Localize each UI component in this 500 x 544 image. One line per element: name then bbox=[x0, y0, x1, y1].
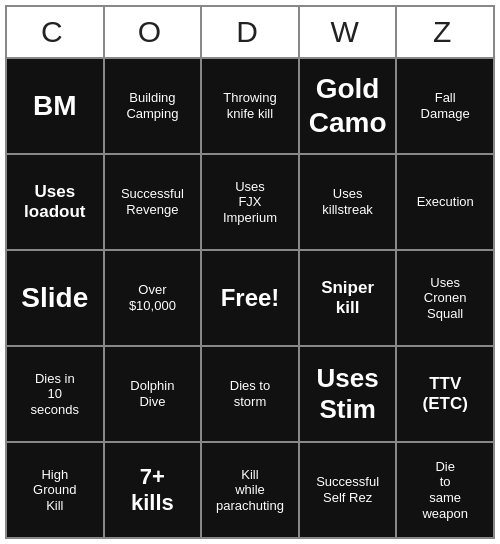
cell-text-r2-c4: Uses Cronen Squall bbox=[424, 275, 467, 322]
header-letter-d: D bbox=[202, 7, 300, 59]
grid-cell-r2-c1: Over $10,000 bbox=[105, 251, 203, 347]
grid-cell-r1-c4: Execution bbox=[397, 155, 495, 251]
grid-cell-r3-c0: Dies in 10 seconds bbox=[7, 347, 105, 443]
grid-cell-r4-c2: Kill while parachuting bbox=[202, 443, 300, 539]
cell-text-r2-c2: Free! bbox=[221, 284, 280, 313]
cell-text-r0-c3: Gold Camo bbox=[309, 72, 387, 139]
cell-text-r0-c4: Fall Damage bbox=[421, 90, 470, 121]
header-letter-z: Z bbox=[397, 7, 495, 59]
grid-cell-r0-c1: Building Camping bbox=[105, 59, 203, 155]
grid-cell-r2-c2: Free! bbox=[202, 251, 300, 347]
cell-text-r3-c3: Uses Stim bbox=[317, 363, 379, 425]
grid-cell-r2-c3: Sniper kill bbox=[300, 251, 398, 347]
cell-text-r4-c2: Kill while parachuting bbox=[216, 467, 284, 514]
grid-cell-r1-c0: Uses loadout bbox=[7, 155, 105, 251]
cell-text-r3-c4: TTV (ETC) bbox=[423, 374, 468, 415]
grid-cell-r3-c4: TTV (ETC) bbox=[397, 347, 495, 443]
header-letter-c: C bbox=[7, 7, 105, 59]
cell-text-r0-c0: BM bbox=[33, 89, 77, 123]
header-letter-w: W bbox=[300, 7, 398, 59]
cell-text-r3-c1: Dolphin Dive bbox=[130, 378, 174, 409]
cell-text-r3-c0: Dies in 10 seconds bbox=[31, 371, 79, 418]
grid-cell-r4-c0: High Ground Kill bbox=[7, 443, 105, 539]
cell-text-r1-c4: Execution bbox=[417, 194, 474, 210]
grid-cell-r1-c3: Uses killstreak bbox=[300, 155, 398, 251]
grid-cell-r4-c3: Successful Self Rez bbox=[300, 443, 398, 539]
cell-text-r2-c3: Sniper kill bbox=[321, 278, 374, 319]
grid-cell-r0-c4: Fall Damage bbox=[397, 59, 495, 155]
cell-text-r4-c1: 7+ kills bbox=[131, 464, 174, 517]
cell-text-r1-c2: Uses FJX Imperium bbox=[223, 179, 277, 226]
bingo-grid: BMBuilding CampingThrowing knife killGol… bbox=[5, 59, 495, 539]
header-letter-o: O bbox=[105, 7, 203, 59]
cell-text-r2-c1: Over $10,000 bbox=[129, 282, 176, 313]
cell-text-r1-c0: Uses loadout bbox=[24, 182, 85, 223]
cell-text-r1-c3: Uses killstreak bbox=[322, 186, 373, 217]
grid-cell-r0-c2: Throwing knife kill bbox=[202, 59, 300, 155]
bingo-card: CODWZ BMBuilding CampingThrowing knife k… bbox=[5, 5, 495, 539]
grid-cell-r0-c0: BM bbox=[7, 59, 105, 155]
cell-text-r4-c3: Successful Self Rez bbox=[316, 474, 379, 505]
grid-cell-r1-c1: Successful Revenge bbox=[105, 155, 203, 251]
grid-cell-r3-c3: Uses Stim bbox=[300, 347, 398, 443]
cell-text-r1-c1: Successful Revenge bbox=[121, 186, 184, 217]
grid-cell-r4-c1: 7+ kills bbox=[105, 443, 203, 539]
cell-text-r4-c0: High Ground Kill bbox=[33, 467, 76, 514]
grid-cell-r4-c4: Die to same weapon bbox=[397, 443, 495, 539]
grid-cell-r0-c3: Gold Camo bbox=[300, 59, 398, 155]
grid-cell-r2-c0: Slide bbox=[7, 251, 105, 347]
bingo-header: CODWZ bbox=[5, 5, 495, 59]
grid-cell-r3-c2: Dies to storm bbox=[202, 347, 300, 443]
grid-cell-r2-c4: Uses Cronen Squall bbox=[397, 251, 495, 347]
cell-text-r3-c2: Dies to storm bbox=[230, 378, 270, 409]
cell-text-r4-c4: Die to same weapon bbox=[422, 459, 468, 521]
cell-text-r0-c2: Throwing knife kill bbox=[223, 90, 276, 121]
cell-text-r0-c1: Building Camping bbox=[126, 90, 178, 121]
grid-cell-r3-c1: Dolphin Dive bbox=[105, 347, 203, 443]
cell-text-r2-c0: Slide bbox=[21, 281, 88, 315]
grid-cell-r1-c2: Uses FJX Imperium bbox=[202, 155, 300, 251]
